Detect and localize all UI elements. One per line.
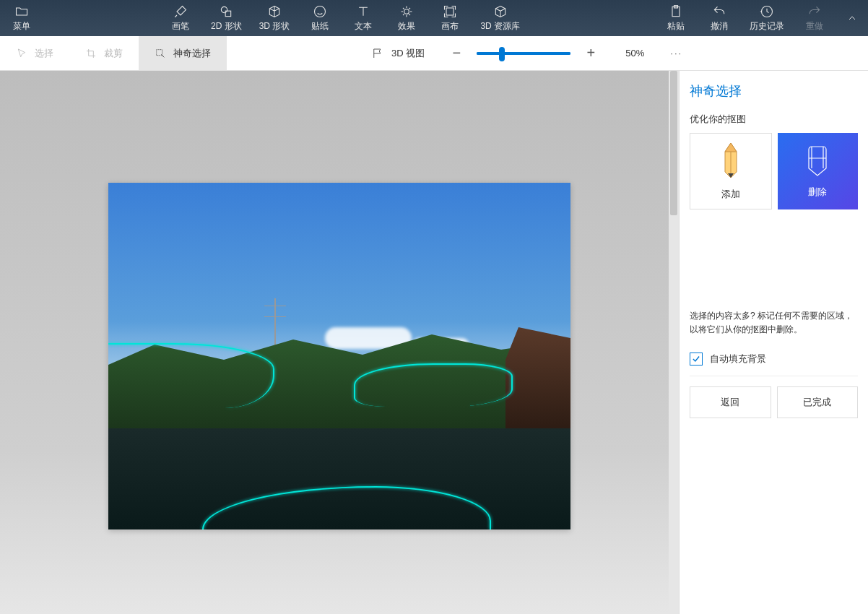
cube-icon [267, 4, 282, 19]
magic-select-label: 神奇选择 [173, 47, 211, 60]
zoom-value: 50% [625, 48, 644, 59]
library-icon [493, 4, 508, 19]
select-label: 选择 [35, 47, 53, 60]
effects-icon [399, 4, 414, 19]
history-label: 历史记录 [750, 20, 784, 33]
stickers-label: 贴纸 [311, 20, 329, 33]
canvas-icon [443, 4, 457, 19]
done-button[interactable]: 已完成 [777, 386, 859, 418]
zoom-slider[interactable] [477, 52, 570, 55]
brush-icon [173, 4, 188, 19]
menu-button[interactable]: 菜单 [0, 0, 43, 36]
eraser-icon [804, 144, 830, 177]
magic-select-icon [155, 48, 166, 59]
add-label: 添加 [721, 188, 740, 201]
text-icon [356, 4, 370, 19]
back-button[interactable]: 返回 [690, 386, 771, 418]
redo-icon [807, 4, 822, 19]
shapes2d-label: 2D 形状 [211, 20, 242, 33]
redo-label: 重做 [806, 20, 823, 33]
shapes3d-label: 3D 形状 [259, 20, 290, 33]
shapes2d-icon [219, 4, 233, 19]
magic-select-panel: 神奇选择 优化你的抠图 添加 删除 选择的内容太多? 标记任何不需要的区 [679, 71, 868, 614]
crop-tool: 裁剪 [69, 36, 139, 70]
view3d-toggle[interactable]: 3D 视图 [371, 47, 425, 60]
expand-toolbar-button[interactable] [836, 0, 868, 36]
panel-title: 神奇选择 [690, 82, 858, 100]
crop-label: 裁剪 [104, 47, 123, 60]
shapes2d-button[interactable]: 2D 形状 [202, 0, 251, 36]
brush-button[interactable]: 画笔 [159, 0, 202, 36]
paste-icon [669, 4, 683, 19]
paste-button[interactable]: 粘贴 [654, 0, 698, 36]
panel-subtitle: 优化你的抠图 [690, 113, 858, 126]
action-buttons: 返回 已完成 [690, 386, 858, 418]
help-text: 选择的内容太多? 标记任何不需要的区域，以将它们从你的抠图中删除。 [690, 309, 858, 337]
undo-icon [712, 4, 726, 19]
sticker-icon [313, 4, 327, 19]
main-toolbar: 菜单 画笔 2D 形状 3D 形状 贴纸 文本 效果 画布 3D 资源库 粘贴 … [0, 0, 868, 36]
zoom-slider-thumb[interactable] [499, 47, 505, 61]
image-canvas[interactable] [108, 183, 570, 529]
text-button[interactable]: 文本 [342, 0, 385, 36]
undo-label: 撤消 [711, 20, 728, 33]
scrollbar-thumb[interactable] [670, 71, 677, 215]
history-icon [760, 4, 774, 19]
pencil-icon [721, 142, 741, 179]
canvas-label: 画布 [441, 20, 459, 33]
library3d-label: 3D 资源库 [480, 20, 520, 33]
select-tool: 选择 [0, 36, 69, 70]
paste-label: 粘贴 [667, 20, 685, 33]
library3d-button[interactable]: 3D 资源库 [472, 0, 529, 36]
main-area: 神奇选择 优化你的抠图 添加 删除 选择的内容太多? 标记任何不需要的区 [0, 71, 868, 614]
undo-button[interactable]: 撤消 [698, 0, 741, 36]
autofill-label: 自动填充背景 [710, 353, 766, 366]
svg-point-0 [222, 7, 227, 12]
checkbox-icon [690, 353, 703, 366]
selection-outline [354, 363, 513, 407]
refine-tools: 添加 删除 [690, 133, 858, 209]
remove-label: 删除 [808, 186, 827, 199]
autofill-checkbox[interactable]: 自动填充背景 [690, 347, 858, 376]
svg-point-3 [404, 9, 409, 14]
svg-rect-4 [446, 8, 453, 15]
more-options-button[interactable]: ··· [661, 48, 691, 59]
brush-label: 画笔 [172, 20, 189, 33]
flag-icon [371, 47, 384, 60]
sub-toolbar: 选择 裁剪 神奇选择 3D 视图 − + 50% ··· [0, 36, 868, 71]
zoom-out-button[interactable]: − [446, 43, 466, 64]
effects-button[interactable]: 效果 [385, 0, 428, 36]
stickers-button[interactable]: 贴纸 [298, 0, 342, 36]
crop-icon [85, 48, 97, 59]
add-tool-card[interactable]: 添加 [690, 133, 772, 209]
canvas-button[interactable]: 画布 [428, 0, 472, 36]
cursor-icon [16, 48, 27, 59]
zoom-in-button[interactable]: + [581, 43, 601, 64]
shapes3d-button[interactable]: 3D 形状 [251, 0, 299, 36]
redo-button: 重做 [793, 0, 836, 36]
menu-label: 菜单 [13, 20, 30, 33]
zoom-controls: − + 50% ··· [446, 43, 691, 64]
effects-label: 效果 [398, 20, 415, 33]
canvas-viewport[interactable] [0, 71, 679, 614]
selection-outline [108, 343, 274, 408]
remove-tool-card[interactable]: 删除 [778, 133, 859, 209]
folder-icon [14, 4, 29, 19]
text-label: 文本 [355, 20, 372, 33]
history-button[interactable]: 历史记录 [741, 0, 793, 36]
svg-point-2 [315, 6, 326, 17]
view3d-label: 3D 视图 [391, 47, 425, 60]
chevron-up-icon [846, 12, 858, 24]
tower [274, 298, 276, 349]
vertical-scrollbar[interactable] [669, 71, 679, 614]
magic-select-tool[interactable]: 神奇选择 [139, 36, 227, 70]
structure [505, 327, 570, 436]
